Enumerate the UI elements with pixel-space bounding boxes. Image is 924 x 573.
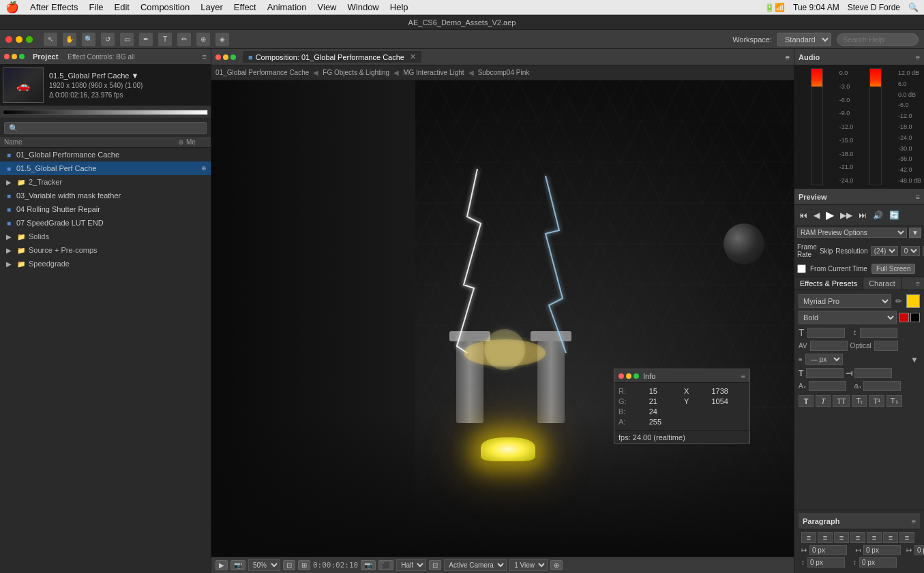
para-indent-right-input[interactable] [863,545,901,555]
project-item-2[interactable]: ▶ 📁 2_Tracker [0,175,211,189]
bold-btn[interactable]: T [799,395,814,407]
full-screen-btn[interactable]: Full Screen [871,264,916,274]
toolbar-hand-tool[interactable]: ✋ [63,33,76,46]
panel-close[interactable] [4,54,10,59]
viewer-fit-btn[interactable]: ⊡ [283,560,295,570]
ram-options-btn[interactable]: ▼ [909,228,921,238]
preview-skip-end[interactable]: ⏭ [856,210,869,221]
toolbar-rotate-tool[interactable]: ↺ [101,33,115,46]
font-color-swatch[interactable] [906,294,920,308]
menu-after-effects[interactable]: After Effects [30,2,78,12]
comp-max[interactable] [230,55,236,60]
panel-max[interactable] [19,54,25,59]
paragraph-menu[interactable]: ≡ [912,517,916,525]
all-caps-btn[interactable]: TT [833,395,850,407]
justify-right-btn[interactable]: ≡ [883,532,898,543]
para-first-indent-input[interactable] [914,545,924,555]
menu-layer[interactable]: Layer [200,2,223,12]
effects-presets-tab[interactable]: Effects & Presets [794,277,863,290]
viewer-region-btn[interactable]: ⊡ [429,560,441,570]
project-item-5[interactable]: ■ 07 SpeedGrade LUT END [0,216,211,230]
nav-item-0[interactable]: 01_Global Performance Cache [215,69,309,76]
project-item-4[interactable]: ■ 04 Rolling Shutter Repair [0,202,211,216]
info-panel-menu[interactable]: ≡ [741,372,745,380]
toolbar-zoom-tool[interactable]: 🔍 [82,33,95,46]
preview-audio[interactable]: 🔊 [871,210,885,221]
apple-menu[interactable]: 🍎 [5,1,19,14]
project-item-7[interactable]: ▶ 📁 Source + Pre-comps [0,243,211,257]
kerning-input[interactable]: 27 [874,341,898,351]
viewer-snapshot-btn[interactable]: 📷 [230,560,245,570]
info-min[interactable] [626,373,631,379]
search-icon[interactable]: 🔍 [908,3,919,12]
menu-view[interactable]: View [318,2,337,12]
scale-h-input[interactable]: 100% [806,368,844,378]
menu-edit[interactable]: Edit [115,2,130,12]
viewer-camera-select[interactable]: Active Camera [444,559,507,571]
comp-panel-menu[interactable]: ≡ [786,53,790,61]
menu-window[interactable]: Window [348,2,379,12]
skip-select[interactable]: 0 [901,246,920,256]
para-indent-left-input[interactable] [809,545,847,555]
viewer-more-btn[interactable]: ⊕ [550,560,563,570]
panel-min[interactable] [12,54,17,59]
toolbar-select-tool[interactable]: ↖ [44,33,57,46]
frame-rate-select[interactable]: (24) [871,246,898,256]
justify-all-btn[interactable]: ≡ [867,532,882,543]
swatch-1[interactable] [899,313,909,322]
search-help-input[interactable] [837,33,919,46]
font-italic-btn[interactable]: ✏ [894,296,904,306]
from-current-time-checkbox[interactable] [797,264,806,273]
comp-min[interactable] [223,55,228,60]
preview-panel-menu[interactable]: ≡ [916,193,920,201]
workspace-selector[interactable]: Standard [777,33,831,46]
font-name-select[interactable]: Myriad Pro [799,294,891,308]
skew-input[interactable]: 0% [863,381,901,391]
col-add-btn[interactable]: ⊕ [178,138,183,146]
comp-close[interactable] [215,55,221,60]
effect-controls-tab[interactable]: Effect Controls: BG all [68,53,134,61]
viewer-view-select[interactable]: 1 View [509,559,548,571]
toolbar-pen-tool[interactable]: ✒ [139,33,153,46]
comp-tab-active[interactable]: ■ Composition: 01_Global Performance Cac… [243,51,421,63]
project-panel-title[interactable]: Project [33,52,58,61]
viewer-play-btn[interactable]: ▶ [215,560,228,570]
align-center-btn[interactable]: ≡ [818,532,833,543]
nav-item-1[interactable]: FG Objects & Lighting [323,69,389,76]
comp-tab-close[interactable]: ✕ [410,52,416,61]
menu-effect[interactable]: Effect [234,2,256,12]
preview-play[interactable]: ▶ [824,208,836,222]
font-auto-input[interactable]: Auto [860,328,897,338]
project-item-3[interactable]: ■ 03_Variable width mask feather [0,189,211,202]
nav-item-3[interactable]: Subcomp04 Pink [478,69,530,76]
menu-file[interactable]: File [89,2,104,12]
preview-loop[interactable]: 🔄 [887,210,901,221]
viewer-quality-select[interactable]: Half [396,559,426,571]
effects-panel-menu[interactable]: ≡ [912,277,924,290]
tracking-input[interactable] [810,341,848,351]
preview-skip-start[interactable]: ⏮ [797,210,809,221]
baseline-input[interactable]: 0 px [809,381,846,391]
composition-viewer[interactable] [211,80,794,557]
info-close[interactable] [619,373,624,379]
project-panel-menu[interactable]: ≡ [203,52,207,61]
project-item-0[interactable]: ■ 01_Global Performance Cache [0,148,211,161]
para-space-after-input[interactable] [859,557,897,568]
viewer-checkerboard-btn[interactable]: ⬛ [378,560,393,570]
menu-help[interactable]: Help [390,2,408,12]
indent-select[interactable]: — px [805,354,843,365]
project-item-6[interactable]: ▶ 📁 Solids [0,230,211,243]
toolbar-text-tool[interactable]: T [158,33,172,46]
project-search-input[interactable] [4,122,207,134]
menu-animation[interactable]: Animation [267,2,307,12]
font-style-select[interactable]: Bold [799,311,897,324]
toolbar-clone-tool[interactable]: ⊕ [196,33,210,46]
justify-btn[interactable]: ≡ [850,532,865,543]
toolbar-puppet-tool[interactable]: ◈ [215,33,229,46]
font-size-input[interactable]: 249 px [807,328,845,338]
dropdown-btn[interactable]: ▼ [909,355,920,365]
project-item-1[interactable]: ■ 01.5_Global Perf Cache ⊕ [0,161,211,175]
align-right-btn[interactable]: ≡ [834,532,849,543]
scale-v-input[interactable]: 100% [854,368,892,378]
justify-left-btn[interactable]: ≡ [899,532,914,543]
